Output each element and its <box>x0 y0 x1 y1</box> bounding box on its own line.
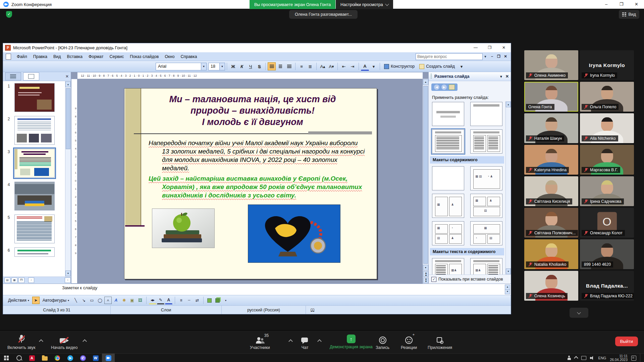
video-tile-active-speaker[interactable]: Олена Гонта <box>524 82 578 112</box>
numbered-list-button[interactable]: ≡ <box>298 62 306 70</box>
editor-scrollbar[interactable]: ▲ ▼ ▲▲ ▼▼ <box>423 79 428 284</box>
fill-color-button[interactable]: ◂▸ <box>149 296 156 304</box>
audio-options-chevron-icon[interactable] <box>39 339 43 344</box>
ask-question-input[interactable] <box>416 53 483 60</box>
slide-thumbnail-3-selected[interactable]: 3 <box>3 149 64 178</box>
taskbar-zoom-icon-active[interactable] <box>102 354 115 362</box>
doc-minimize-button[interactable]: – <box>489 54 495 59</box>
wordart-icon[interactable]: A <box>112 297 120 304</box>
menu-tools[interactable]: Сервис <box>106 53 127 60</box>
dash-style-icon[interactable]: ┄ <box>185 297 193 304</box>
align-right-button[interactable] <box>285 62 293 70</box>
line-color-button[interactable]: ✎ <box>157 296 164 304</box>
view-button[interactable]: Вид <box>619 10 639 19</box>
layout-text-content[interactable]: ▦♟ <box>432 258 464 275</box>
slide-thumbnail-1[interactable]: 1 <box>3 83 64 112</box>
scroll-left-icon[interactable]: ‹ <box>28 278 34 283</box>
arrow-style-icon[interactable]: ⇄ <box>194 297 201 304</box>
line-style-icon[interactable]: ≡ <box>177 297 185 304</box>
nav-forward-icon[interactable]: ▶ <box>441 84 447 90</box>
show-desktop-sliver[interactable] <box>640 354 642 362</box>
scroll-down-icon[interactable]: ▼ <box>506 268 511 274</box>
video-tile[interactable]: Ірина Садчикова <box>580 176 634 206</box>
video-tile[interactable]: Alla Nitchenko <box>580 113 634 143</box>
font-color-button[interactable]: А <box>165 296 172 304</box>
task-pane-close-icon[interactable]: ✕ <box>505 74 509 79</box>
normal-view-button[interactable]: ▤ <box>4 278 10 283</box>
layout-content-5[interactable]: ▦ ◔ ▤ <box>470 221 502 245</box>
chat-chevron-icon[interactable] <box>317 339 322 344</box>
underline-button[interactable]: Ч <box>247 62 255 70</box>
record-button[interactable]: Запись <box>376 335 389 350</box>
font-name-combo[interactable]: Arial ▼ <box>156 63 207 70</box>
clipart-icon[interactable]: ▣ <box>128 297 136 304</box>
picture-icon[interactable]: 🖼 <box>137 297 144 304</box>
unmute-button[interactable]: Включить звук <box>7 335 35 350</box>
decrease-indent-button[interactable]: ⇤ <box>340 62 348 70</box>
nav-back-icon[interactable]: ◀ <box>434 84 439 90</box>
more-participants-button[interactable] <box>570 308 588 318</box>
decrease-font-button[interactable]: A▾ <box>327 62 335 70</box>
italic-button[interactable]: К <box>238 62 246 70</box>
doc-restore-button[interactable]: ❐ <box>495 54 502 59</box>
layout-content-4[interactable]: ▦ ◔ ▤ ♟ <box>432 221 464 245</box>
menu-insert[interactable]: Вставка <box>64 53 86 60</box>
slide-thumbnail-4[interactable]: 4 <box>3 182 64 210</box>
task-pane-scrollbar[interactable]: ▲ ▼ <box>505 101 511 275</box>
textbox-tool-icon[interactable]: A <box>104 297 112 304</box>
scroll-down-icon[interactable]: ▼ <box>423 265 428 270</box>
layout-content[interactable]: ▦ ▤ ◔ ♟ <box>470 166 502 190</box>
participants-button[interactable]: 35 Участники <box>250 335 270 350</box>
previous-slide-button[interactable]: ▲▲ <box>423 271 428 277</box>
align-center-button[interactable] <box>276 62 284 70</box>
taskbar-file-explorer-icon[interactable] <box>38 354 51 362</box>
show-on-insert-checkbox[interactable]: ✓ <box>431 277 436 282</box>
video-tile[interactable]: Олена Акименко <box>524 50 578 80</box>
diagram-icon[interactable]: ❋ <box>120 297 128 304</box>
taskbar-telegram-icon[interactable]: ➤ <box>64 354 76 362</box>
doc-close-button[interactable]: ✕ <box>502 54 509 59</box>
oval-tool-icon[interactable]: ◯ <box>96 297 104 304</box>
slides-tab[interactable] <box>23 72 39 80</box>
menu-format[interactable]: Формат <box>86 53 106 60</box>
notes-area[interactable]: Заметки к слайду ▲ ▼ <box>3 284 511 295</box>
scroll-right-icon[interactable]: › <box>65 278 71 283</box>
menu-help[interactable]: Справка <box>177 53 200 60</box>
slides-panel-scrollbar[interactable]: ▲ ▼ <box>65 81 71 277</box>
scroll-up-icon[interactable]: ▲ <box>423 79 428 85</box>
task-pane-dropdown-icon[interactable]: ▼ <box>499 75 503 78</box>
autoshapes-button[interactable]: Автофигуры ▾ <box>40 297 71 304</box>
slideshow-view-button[interactable]: 🗔 <box>18 278 24 283</box>
menu-slideshow[interactable]: Показ слайдов <box>127 53 162 60</box>
slide-thumbnail-5[interactable]: 5 <box>3 215 64 243</box>
slide-sorter-view-button[interactable]: ▦ <box>11 278 17 283</box>
zoom-close-button[interactable]: ✕ <box>629 0 644 9</box>
slide[interactable]: Ми – талановита нація, це хист від приро… <box>124 88 377 279</box>
align-left-button[interactable] <box>268 62 276 70</box>
increase-font-button[interactable]: A▴ <box>319 62 327 70</box>
video-tile[interactable]: Ольга Попело <box>580 82 634 112</box>
pp-minimize-button[interactable]: — <box>469 43 483 52</box>
slide-thumbnail-2[interactable]: 2 <box>3 116 64 145</box>
arrow-tool-icon[interactable]: ↘ <box>80 297 88 304</box>
notes-scroll-down-icon[interactable]: ▼ <box>505 289 510 294</box>
ask-question-dropdown-icon[interactable]: ▼ <box>483 53 488 60</box>
layout-title-slide[interactable] <box>432 102 464 126</box>
view-settings-button[interactable]: Настройки просмотра <box>336 0 393 9</box>
font-color-button[interactable]: А <box>361 62 369 71</box>
chat-button[interactable]: Чат <box>301 335 309 350</box>
menu-window[interactable]: Окно <box>162 53 177 60</box>
start-button[interactable] <box>0 354 13 362</box>
tray-overflow-chevron-icon[interactable] <box>574 356 578 360</box>
increase-indent-button[interactable]: ⇥ <box>348 62 357 70</box>
notes-scroll-up-icon[interactable]: ▲ <box>505 285 510 290</box>
shadow-button[interactable]: S <box>255 62 263 70</box>
share-screen-button[interactable]: ↑ Демонстрация экрана <box>330 334 373 349</box>
video-tile[interactable]: Влад Падалка... Влад Падалка КЮ-222 <box>580 271 634 301</box>
menu-edit[interactable]: Правка <box>30 53 50 60</box>
nav-home-icon[interactable] <box>449 84 455 90</box>
draw-actions-button[interactable]: Действия ▾ <box>6 297 32 304</box>
start-video-button[interactable]: Начать видео <box>51 335 77 350</box>
toolbar-options-icon[interactable]: ▾ <box>222 297 229 304</box>
rectangle-tool-icon[interactable]: ▭ <box>88 297 96 304</box>
